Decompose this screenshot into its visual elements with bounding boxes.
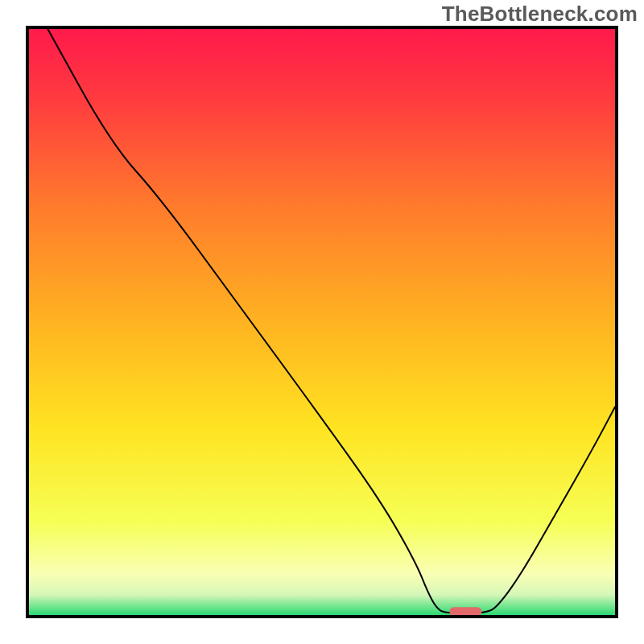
chart-root: TheBottleneck.com [0, 0, 644, 644]
optimal-marker [449, 607, 481, 616]
line-chart [0, 0, 644, 644]
chart-background-gradient [29, 29, 615, 615]
watermark-text: TheBottleneck.com [442, 2, 638, 27]
